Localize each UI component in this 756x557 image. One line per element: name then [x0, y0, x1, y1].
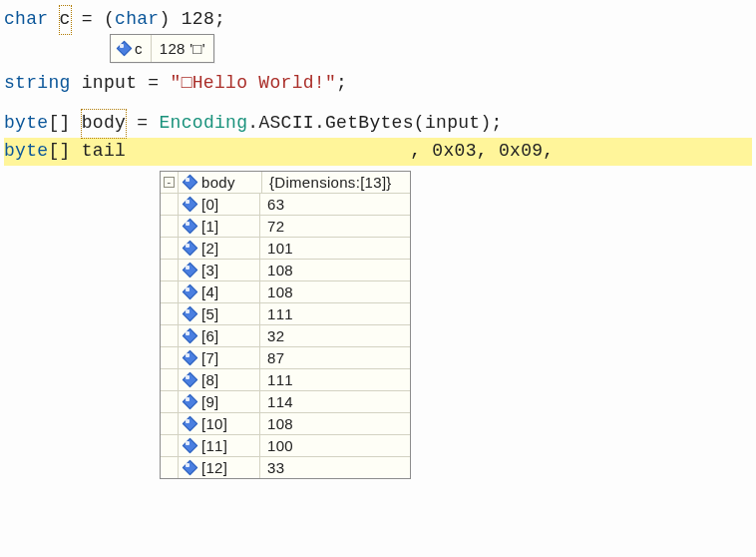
row-val: 101 — [260, 238, 302, 259]
row-key: [2] — [201, 241, 219, 256]
datatip-c-valuecell: 128 '□' — [152, 35, 213, 62]
field-icon — [185, 243, 195, 254]
keyword-char: char — [115, 9, 159, 29]
hex-literals: , 0x03, 0x09, — [410, 141, 554, 161]
datatip-row[interactable]: [7]87 — [161, 347, 410, 369]
code-text: ) 128; — [159, 9, 225, 29]
datatip-row[interactable]: [11]100 — [161, 435, 410, 457]
field-icon — [185, 396, 195, 407]
keyword-byte: byte — [4, 141, 48, 161]
datatip-body-name: body — [201, 175, 235, 190]
field-icon — [185, 374, 195, 385]
row-val: 87 — [260, 347, 302, 368]
datatip-body-header[interactable]: - body {Dimensions:[13]} — [161, 172, 410, 194]
field-icon — [185, 265, 195, 276]
field-icon — [185, 199, 195, 210]
field-icon — [185, 462, 195, 473]
row-key: [10] — [201, 416, 227, 431]
keyword-byte: byte — [4, 113, 48, 133]
hovered-variable-c[interactable]: c — [60, 6, 71, 34]
datatip-row[interactable]: [12]33 — [161, 457, 410, 478]
row-val: 111 — [260, 369, 302, 390]
code-line-4-highlight: byte[] tail, 0x03, 0x09, — [4, 138, 752, 166]
row-key: [11] — [201, 438, 227, 453]
row-key: [9] — [201, 394, 219, 409]
row-val: 33 — [260, 457, 302, 478]
code-line-2: string input = "□Hello World!"; — [4, 70, 752, 98]
datatip-row[interactable]: [2]101 — [161, 238, 410, 260]
datatip-row[interactable]: [9]114 — [161, 391, 410, 413]
field-icon — [185, 352, 195, 363]
row-val: 108 — [260, 281, 302, 302]
datatip-row[interactable]: [5]111 — [161, 303, 410, 325]
code-text: [] — [48, 113, 81, 133]
field-icon — [185, 418, 195, 429]
datatip-row[interactable]: [3]108 — [161, 260, 410, 281]
field-icon — [185, 440, 195, 451]
code-line-3: byte[] body = Encoding.ASCII.GetBytes(in… — [4, 110, 752, 138]
keyword-string: string — [4, 73, 71, 93]
field-icon — [185, 330, 195, 341]
row-key: [1] — [201, 219, 219, 234]
datatip-row[interactable]: [8]111 — [161, 369, 410, 391]
field-icon — [185, 286, 195, 297]
string-literal: "□Hello World!" — [171, 73, 337, 93]
datatip-body-dimscell: {Dimensions:[13]} — [262, 172, 410, 193]
row-key: [8] — [201, 372, 219, 387]
row-val: 32 — [260, 325, 302, 346]
datatip-row[interactable]: [1]72 — [161, 216, 410, 238]
datatip-body-dims: {Dimensions:[13]} — [269, 175, 392, 190]
code-text: .ASCII.GetBytes(input); — [247, 113, 502, 133]
collapse-icon[interactable]: - — [164, 177, 175, 188]
code-text: = — [126, 113, 159, 133]
row-val: 114 — [260, 391, 302, 412]
row-key: [6] — [201, 328, 219, 343]
expand-cell[interactable]: - — [161, 172, 179, 193]
datatip-c-namecell[interactable]: c — [111, 35, 152, 62]
row-val: 72 — [260, 216, 302, 237]
row-key: [7] — [201, 350, 219, 365]
keyword-char: char — [4, 9, 48, 29]
datatip-row[interactable]: [10]108 — [161, 413, 410, 435]
datatip-c-name: c — [135, 37, 143, 60]
field-icon — [185, 177, 195, 188]
datatip-row[interactable]: [4]108 — [161, 281, 410, 303]
row-key: [3] — [201, 263, 219, 278]
row-val: 111 — [260, 303, 302, 324]
code-line-1: char c = (char) 128; — [4, 6, 752, 34]
field-icon — [185, 221, 195, 232]
datatip-row[interactable]: [6]32 — [161, 325, 410, 347]
row-key: [0] — [201, 197, 219, 212]
hovered-variable-body[interactable]: body — [82, 110, 126, 138]
code-text: [] tail — [48, 141, 126, 161]
field-icon — [119, 43, 130, 54]
row-val: 100 — [260, 435, 302, 456]
datatip-body[interactable]: - body {Dimensions:[13]} [0]63 [1]72 [2]… — [160, 171, 411, 479]
datatip-row[interactable]: [0]63 — [161, 194, 410, 216]
code-text: ; — [336, 73, 347, 93]
row-key: [4] — [201, 284, 219, 299]
datatip-body-namecell[interactable]: body — [179, 172, 262, 193]
row-val: 108 — [260, 413, 302, 434]
class-name: Encoding — [159, 113, 247, 133]
field-icon — [185, 308, 195, 319]
code-text: = ( — [71, 9, 115, 29]
row-key: [12] — [201, 460, 227, 475]
datatip-c[interactable]: c 128 '□' — [110, 34, 214, 63]
row-val: 63 — [260, 194, 302, 215]
code-text: input = — [71, 73, 171, 93]
row-key: [5] — [201, 306, 219, 321]
row-val: 108 — [260, 260, 302, 280]
datatip-c-value: 128 '□' — [160, 37, 205, 60]
